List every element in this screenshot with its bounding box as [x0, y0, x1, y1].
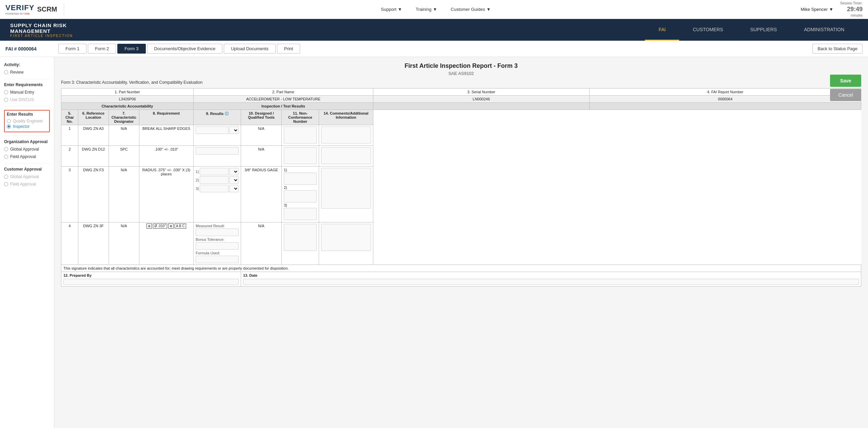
- use-discus-label: Use DISCUS: [10, 97, 34, 102]
- table-row: 2 DWG ZN D12 SPC .100" +/- .010" N/A: [61, 146, 861, 167]
- prepared-by-input[interactable]: [63, 279, 239, 285]
- cust-field-label: Field Approval: [10, 182, 36, 187]
- quality-engineer-radio[interactable]: [7, 119, 11, 123]
- sidebar-use-discus[interactable]: Use DISCUS: [4, 97, 50, 103]
- part-name-value: ACCELEROMETER - LOW TEMPERATURE: [194, 96, 373, 103]
- enter-results-section-label: Enter Results: [7, 112, 43, 117]
- quality-engineer-label: Quality Engineer: [13, 119, 43, 123]
- user-menu[interactable]: Mike Spencer ▼: [801, 7, 833, 12]
- nav-suppliers[interactable]: SUPPLIERS: [737, 19, 791, 41]
- brand-sub: FIRST ARTICLE INSPECTION: [10, 34, 98, 38]
- tool-1: N/A: [241, 125, 282, 146]
- main-nav-items: FAI CUSTOMERS SUPPLIERS ADMINISTRATION: [98, 19, 858, 41]
- nav-fai[interactable]: FAI: [645, 19, 679, 41]
- page-body: Activity: Review Enter Requirements Manu…: [0, 57, 868, 428]
- nc-textarea-2[interactable]: [284, 147, 317, 164]
- fai-report-value: 0000064: [589, 96, 861, 103]
- nc-textarea-3a[interactable]: [284, 173, 317, 185]
- use-discus-radio[interactable]: [4, 98, 8, 102]
- cust-global-label: Global Approval: [10, 174, 39, 179]
- report-subtitle: SAE AS9102: [61, 71, 861, 76]
- sidebar-inspector[interactable]: Inspector: [7, 124, 43, 129]
- brand-area: SUPPLY CHAIN RISK MANAGEMENT FIRST ARTIC…: [10, 22, 98, 38]
- table-row: 3 DWG ZN F3 N/A RADIUS .375" +/- .030" X…: [61, 167, 861, 222]
- global-approval-radio[interactable]: [4, 147, 8, 151]
- activity-label: Activity:: [4, 62, 50, 67]
- char-des-4: N/A: [109, 222, 139, 265]
- training-nav[interactable]: Training ▼: [416, 7, 437, 12]
- support-nav[interactable]: Support ▼: [381, 7, 402, 12]
- customer-guides-nav[interactable]: Customer Guides ▼: [451, 7, 491, 12]
- sidebar-quality-engineer[interactable]: Quality Engineer: [7, 119, 43, 123]
- tab-form3[interactable]: Form 3: [117, 44, 145, 54]
- results-4: Measured Result: Bonus Tolerance: Formul…: [194, 222, 241, 265]
- col8-header: 8. Requirement: [139, 110, 194, 125]
- tab-upload[interactable]: Upload Documents: [224, 44, 276, 54]
- nc-textarea-3c[interactable]: [284, 208, 317, 220]
- result-input-1[interactable]: [196, 127, 229, 134]
- measured-result-input[interactable]: [196, 229, 239, 236]
- back-to-status-btn[interactable]: Back to Status Page: [812, 44, 863, 54]
- sidebar-cust-field[interactable]: Field Approval: [4, 181, 50, 187]
- sidebar-cust-global[interactable]: Global Approval: [4, 174, 50, 180]
- col10-header: 10. Designed / Qualified Tools: [241, 110, 282, 125]
- enter-requirements-label: Enter Requirements: [4, 82, 50, 87]
- tab-print[interactable]: Print: [277, 44, 300, 54]
- comments-textarea-4[interactable]: [321, 224, 371, 251]
- serial-number-value: LN000246: [373, 96, 590, 103]
- comments-textarea-2[interactable]: [321, 147, 371, 164]
- result-input-3a[interactable]: [200, 168, 229, 175]
- sidebar-field-approval[interactable]: Field Approval: [4, 154, 50, 160]
- cancel-button[interactable]: Cancel: [830, 89, 861, 101]
- comments-textarea-1[interactable]: [321, 127, 371, 143]
- formula-used-input[interactable]: [196, 256, 239, 263]
- date-input[interactable]: [243, 279, 859, 285]
- bonus-tolerance-label: Bonus Tolerance:: [196, 237, 224, 241]
- result-input-3b[interactable]: [200, 176, 229, 184]
- result-input-3c[interactable]: [200, 185, 229, 192]
- result-select-3c[interactable]: [229, 185, 239, 192]
- result-select-3b[interactable]: [229, 176, 239, 184]
- tool-2: N/A: [241, 146, 282, 167]
- nc-textarea-1[interactable]: [284, 127, 317, 143]
- sidebar-manual-entry[interactable]: Manual Entry: [4, 89, 50, 95]
- review-label: Review: [10, 70, 23, 75]
- col-part-number-header: 1. Part Number: [61, 89, 194, 96]
- tab-form1[interactable]: Form 1: [58, 44, 86, 54]
- col-part-name-header: 2. Part Name: [194, 89, 373, 96]
- inspector-radio[interactable]: [7, 124, 11, 129]
- global-approval-label: Global Approval: [10, 147, 39, 152]
- col5-header: 5. Char No.: [61, 110, 78, 125]
- sidebar-global-approval[interactable]: Global Approval: [4, 146, 50, 152]
- save-button[interactable]: Save: [830, 75, 861, 87]
- result-select-3a[interactable]: [229, 168, 239, 175]
- manual-entry-label: Manual Entry: [10, 90, 34, 95]
- nav-customers[interactable]: CUSTOMERS: [679, 19, 736, 41]
- results-info-icon[interactable]: ⓘ: [225, 112, 229, 116]
- org-approval-label: Organization Approval: [4, 139, 50, 144]
- field-approval-radio[interactable]: [4, 155, 8, 159]
- nc-textarea-4[interactable]: [284, 224, 317, 251]
- col9-header: 9. Results ⓘ: [194, 110, 241, 125]
- cust-field-radio[interactable]: [4, 182, 8, 186]
- result-input-2[interactable]: [196, 147, 239, 155]
- sidebar: Activity: Review Enter Requirements Manu…: [0, 57, 54, 428]
- manual-entry-radio[interactable]: [4, 90, 8, 94]
- nav-administration[interactable]: ADMINISTRATION: [790, 19, 858, 41]
- sidebar-review[interactable]: Review: [4, 69, 50, 75]
- results-1: [194, 125, 241, 146]
- result-select-1[interactable]: [229, 127, 239, 134]
- tab-form2[interactable]: Form 2: [88, 44, 116, 54]
- tab-documents[interactable]: Documents/Objective Evidence: [147, 44, 223, 54]
- char-des-1: N/A: [109, 125, 139, 146]
- results-2: [194, 146, 241, 167]
- review-radio[interactable]: [4, 70, 8, 74]
- char-no-3: 3: [61, 167, 78, 222]
- cust-global-radio[interactable]: [4, 175, 8, 179]
- tab-row: FAI # 0000064 Form 1 Form 2 Form 3 Docum…: [0, 41, 868, 57]
- bonus-tolerance-input[interactable]: [196, 242, 239, 250]
- comments-4: [319, 222, 373, 265]
- comments-textarea-3[interactable]: [321, 168, 371, 209]
- nc-textarea-3b[interactable]: [284, 190, 317, 202]
- sidebar-enter-results[interactable]: Enter Results Quality Engineer Inspector: [4, 110, 50, 132]
